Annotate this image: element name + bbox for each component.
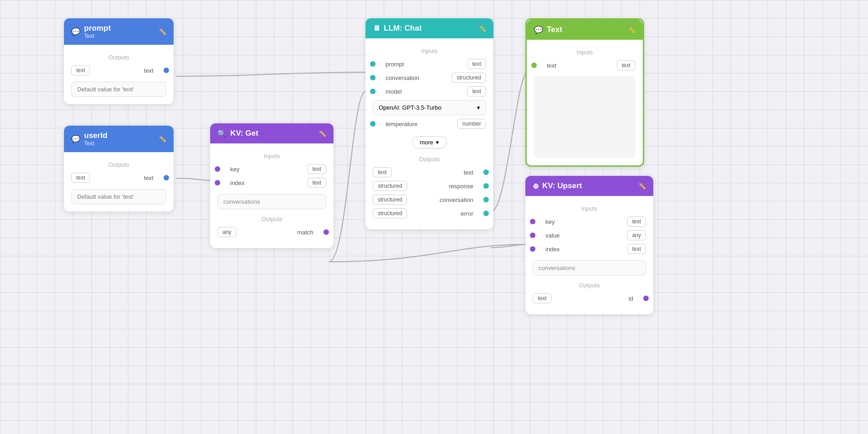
connection-kvget-llm xyxy=(329,91,365,262)
llm-chat-node: 🖥 LLM: Chat ✏️ Inputs prompt text conver… xyxy=(365,18,493,229)
llm-temp-label: temperature xyxy=(386,121,418,127)
llm-prompt-label: prompt xyxy=(386,61,404,68)
kv-get-index-value[interactable] xyxy=(217,194,326,209)
kv-upsert-inputs-label: Inputs xyxy=(533,205,646,212)
llm-edit-icon[interactable]: ✏️ xyxy=(478,25,486,32)
llm-temp-badge: number xyxy=(457,119,486,129)
kv-get-match-row: any match xyxy=(217,227,326,237)
kv-get-header-left: 🔍 KV: Get xyxy=(217,129,258,138)
llm-more-chevron: ▾ xyxy=(436,139,439,146)
kv-upsert-index-label: index xyxy=(545,246,560,253)
llm-conv-out-row: structured conversation xyxy=(373,195,486,205)
kv-get-icon: 🔍 xyxy=(217,129,227,138)
llm-error-dot xyxy=(483,211,489,216)
kv-upsert-edit-icon[interactable]: ✏️ xyxy=(638,182,646,190)
kv-get-outputs-label: Outputs xyxy=(217,216,326,222)
userid-label-text: text xyxy=(144,175,153,181)
connection-userid-kvget xyxy=(176,178,210,180)
prompt-default-input[interactable] xyxy=(71,82,166,97)
userid-dot-text xyxy=(164,175,169,180)
connection-prompt-llm xyxy=(176,72,365,76)
userid-icon: 💬 xyxy=(71,135,80,143)
llm-temp-dot xyxy=(370,121,376,127)
text-content-area[interactable] xyxy=(534,76,635,158)
kv-get-index-dot xyxy=(215,180,220,185)
llm-response-dot xyxy=(483,183,489,189)
kv-get-index-label: index xyxy=(230,180,244,186)
llm-response-label: response xyxy=(449,183,473,190)
kv-upsert-key-badge: text xyxy=(627,217,646,227)
text-node-header: 💬 Text ✏️ xyxy=(527,20,643,40)
kv-upsert-key-row: key text xyxy=(533,217,646,227)
kv-get-header: 🔍 KV: Get ✏️ xyxy=(210,123,333,143)
llm-text-dot xyxy=(483,169,489,175)
prompt-outputs-label: Outputs xyxy=(71,54,166,61)
prompt-badge-text: text xyxy=(71,65,90,75)
kv-upsert-index-value[interactable] xyxy=(533,260,646,275)
llm-conversation-label: conversation xyxy=(386,74,419,81)
kv-get-index-badge: text xyxy=(307,178,326,188)
llm-outputs-label: Outputs xyxy=(373,156,486,163)
llm-text-badge: text xyxy=(373,167,392,177)
kv-upsert-text-badge: text xyxy=(533,293,551,303)
kv-upsert-id-label: id xyxy=(629,295,633,302)
prompt-edit-icon[interactable]: ✏️ xyxy=(159,28,166,35)
llm-chat-header: 🖥 LLM: Chat ✏️ xyxy=(365,18,493,38)
userid-edit-icon[interactable]: ✏️ xyxy=(159,135,166,143)
kv-upsert-index-badge: text xyxy=(627,244,646,254)
userid-title: userId xyxy=(84,131,107,140)
text-header-left: 💬 Text xyxy=(534,25,562,34)
llm-response-badge: structured xyxy=(373,181,407,191)
userid-default-input[interactable] xyxy=(71,189,166,204)
text-input-dot xyxy=(531,63,537,68)
userid-node-body: Outputs text text xyxy=(64,152,174,212)
llm-prompt-dot xyxy=(370,61,376,67)
kv-upsert-key-dot xyxy=(530,219,535,224)
llm-model-dropdown[interactable]: OpenAI: GPT-3.5-Turbo ▾ xyxy=(373,100,486,115)
prompt-node: 💬 prompt Text ✏️ Outputs text text xyxy=(64,18,174,104)
llm-model-label: model xyxy=(386,88,402,95)
kv-upsert-index-dot xyxy=(530,246,535,252)
llm-body: Inputs prompt text conversation structur… xyxy=(365,38,493,229)
kv-get-inputs-label: Inputs xyxy=(217,153,326,159)
prompt-label-text: text xyxy=(144,67,153,74)
llm-model-chevron: ▾ xyxy=(477,104,480,111)
llm-more-label: more xyxy=(420,139,434,146)
kv-upsert-key-label: key xyxy=(545,218,555,225)
llm-more-button[interactable]: more ▾ xyxy=(412,136,447,148)
llm-header-left: 🖥 LLM: Chat xyxy=(373,24,422,33)
connection-kvget-kvupsert xyxy=(329,244,525,262)
llm-error-label: error xyxy=(461,210,473,217)
llm-conversation-badge: structured xyxy=(452,73,486,83)
text-inputs-label: Inputs xyxy=(534,49,635,56)
prompt-node-body: Outputs text text xyxy=(64,45,174,104)
text-node: 💬 Text ✏️ Inputs text text xyxy=(525,18,644,167)
llm-conv-label: conversation xyxy=(439,196,473,203)
kv-upsert-id-row: text id xyxy=(533,293,646,303)
llm-title: LLM: Chat xyxy=(384,24,422,33)
llm-error-badge: structured xyxy=(373,208,407,218)
text-node-body: Inputs text text xyxy=(527,40,643,165)
prompt-header-left: 💬 prompt Text xyxy=(71,24,111,39)
llm-text-label: text xyxy=(464,169,473,176)
userid-output-text: text text xyxy=(71,173,166,183)
text-edit-icon[interactable]: ✏️ xyxy=(628,26,635,33)
text-input-badge: text xyxy=(617,60,635,70)
prompt-dot-text xyxy=(164,68,169,73)
userid-subtitle: Text xyxy=(84,140,107,147)
userid-title-block: userId Text xyxy=(84,131,107,147)
userid-badge-text: text xyxy=(71,173,90,183)
kv-upsert-outputs-label: Outputs xyxy=(533,282,646,289)
kv-get-key-label: key xyxy=(230,166,239,173)
llm-text-out-row: text text xyxy=(373,167,486,177)
prompt-icon: 💬 xyxy=(71,27,80,36)
kv-get-key-dot xyxy=(215,166,220,172)
userid-header-left: 💬 userId Text xyxy=(71,131,107,147)
llm-model-badge: text xyxy=(467,86,486,96)
kv-upsert-title: KV: Upsert xyxy=(542,181,582,191)
llm-inputs-label: Inputs xyxy=(373,48,486,54)
llm-prompt-row: prompt text xyxy=(373,59,486,69)
userid-node: 💬 userId Text ✏️ Outputs text text xyxy=(64,126,174,212)
llm-model-row: model text xyxy=(373,86,486,96)
kv-get-edit-icon[interactable]: ✏️ xyxy=(318,130,326,137)
